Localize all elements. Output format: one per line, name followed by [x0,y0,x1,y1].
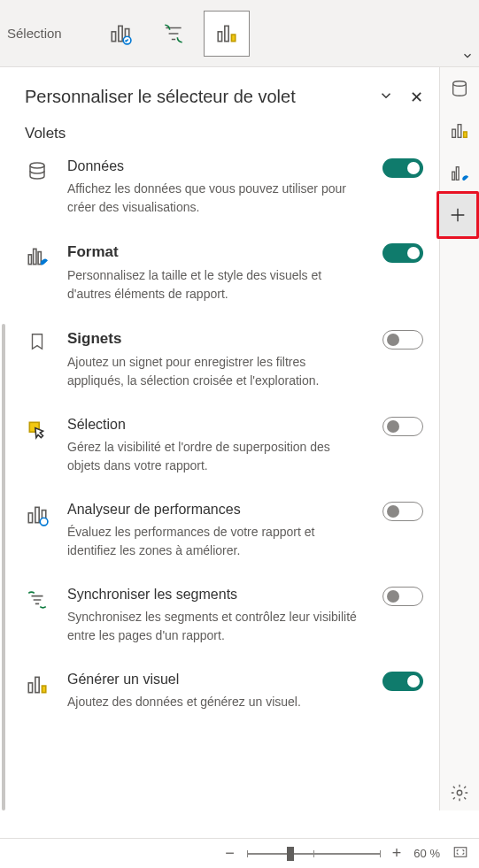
svg-rect-21 [458,125,461,138]
toolbar-icons [97,11,250,57]
pane-bookmarks-desc: Ajoutez un signet pour enregistrer les f… [67,353,358,390]
svg-rect-6 [231,35,235,42]
pane-item-sync: Synchroniser les segments Synchronisez l… [25,587,423,645]
perf-icon [25,503,50,526]
rail-add-pane-highlighted[interactable] [437,191,479,239]
pane-list: Données Affichez les données que vous po… [25,158,423,711]
pane-perf-desc: Évaluez les performances de votre rappor… [67,523,358,560]
svg-rect-13 [35,507,39,522]
pane-item-data: Données Affichez les données que vous po… [25,158,423,217]
selection-icon [25,419,50,442]
panel-header: Personnaliser le sélecteur de volet ✕ [25,87,423,107]
rail-settings-gear-icon[interactable] [445,779,474,807]
zoom-percent-label: 60 % [413,847,440,860]
svg-point-19 [453,81,467,87]
pane-format-desc: Personnalisez la taille et le style des … [67,266,358,303]
build-visual-toolbar-icon[interactable] [204,11,250,57]
toolbar-chevron-down-icon[interactable] [461,50,474,65]
svg-rect-8 [28,255,31,265]
toggle-data[interactable] [382,158,423,178]
svg-point-15 [40,518,48,526]
genvisual-icon [25,673,50,696]
toolbar-selection-label: Sélection [7,26,62,41]
pane-genvisual-desc: Ajoutez des données et générez un visuel… [67,693,358,711]
pane-selection-label: Sélection [67,417,358,433]
svg-rect-24 [456,167,459,181]
svg-rect-18 [42,686,45,693]
pane-data-label: Données [67,158,358,174]
toggle-format[interactable] [382,243,423,263]
bookmarks-icon [25,332,50,351]
svg-rect-4 [218,31,221,41]
pane-sync-desc: Synchronisez les segments et contrôlez l… [67,608,358,645]
svg-rect-26 [454,848,467,857]
svg-rect-0 [112,31,115,41]
pane-item-format: Format Personnalisez la taille et le sty… [25,243,423,303]
zoom-out-button[interactable]: − [225,844,235,863]
pane-sync-label: Synchroniser les segments [67,587,358,603]
rail-data-icon[interactable] [445,74,474,103]
pane-selection-desc: Gérez la visibilité et l'ordre de superp… [67,438,358,475]
toggle-bookmarks[interactable] [382,330,423,350]
right-rail [439,67,479,810]
svg-rect-16 [28,683,32,693]
toggle-sync[interactable] [382,587,423,606]
pane-format-label: Format [67,243,358,261]
data-icon [25,160,50,181]
sync-icon [25,588,50,611]
zoom-slider[interactable] [247,853,380,855]
toggle-selection[interactable] [382,417,423,436]
bottom-status-bar: − + 60 % [0,838,479,868]
pane-item-perf: Analyseur de performances Évaluez les pe… [25,502,423,560]
format-icon [25,245,50,268]
sync-slicers-toolbar-icon[interactable] [151,11,197,57]
close-icon[interactable]: ✕ [410,88,423,107]
svg-rect-20 [452,129,456,137]
perf-analyzer-toolbar-icon[interactable] [97,11,143,57]
top-toolbar: Sélection [0,0,479,67]
svg-rect-9 [34,249,36,264]
pane-bookmarks-label: Signets [67,330,358,348]
toggle-genvisual[interactable] [382,672,423,691]
plus-icon [448,205,467,225]
svg-rect-12 [28,513,32,523]
rail-build-visual-icon[interactable] [445,117,474,145]
pane-perf-label: Analyseur de performances [67,502,358,518]
panel-title: Personnaliser le sélecteur de volet [25,87,296,107]
svg-rect-23 [452,172,455,180]
svg-point-7 [30,163,44,168]
svg-rect-5 [225,26,228,41]
rail-format-icon[interactable] [445,159,474,188]
toggle-perf[interactable] [382,502,423,521]
svg-rect-17 [35,677,39,692]
collapse-chevron-icon[interactable] [378,88,394,107]
svg-rect-22 [464,132,467,137]
pane-item-selection: Sélection Gérez la visibilité et l'ordre… [25,417,423,475]
svg-rect-1 [119,26,122,41]
fit-to-page-icon[interactable] [452,844,468,863]
svg-rect-10 [38,252,41,265]
pane-item-bookmarks: Signets Ajoutez un signet pour enregistr… [25,330,423,390]
panes-section-title: Volets [25,125,423,142]
pane-genvisual-label: Générer un visuel [67,672,358,687]
zoom-in-button[interactable]: + [392,844,402,863]
scroll-indicator[interactable] [2,324,5,810]
pane-item-genvisual: Générer un visuel Ajoutez des données et… [25,672,423,711]
pane-switcher-panel: Personnaliser le sélecteur de volet ✕ Vo… [0,67,439,788]
svg-point-25 [457,790,462,795]
pane-data-desc: Affichez les données que vous pouvez uti… [67,180,358,217]
